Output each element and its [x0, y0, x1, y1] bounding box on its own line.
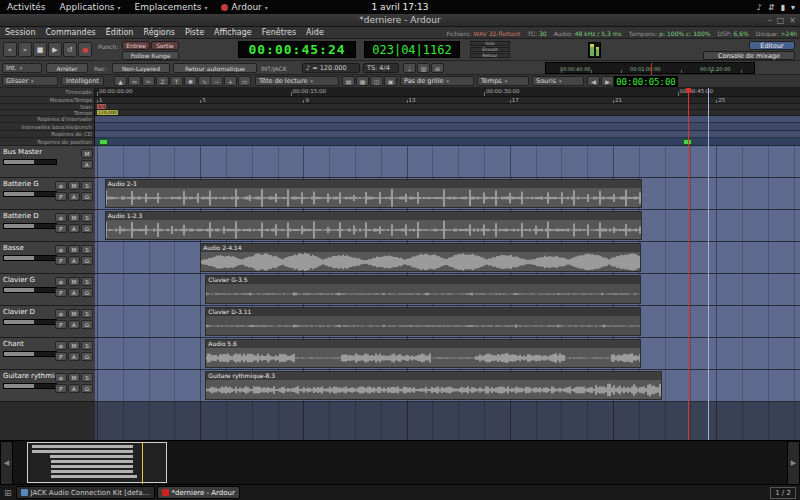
desktop-clock[interactable]: 1 avril 17:13 — [372, 2, 429, 12]
region[interactable]: Audio 1-2.3 — [105, 211, 642, 240]
zoom-focus-combo[interactable]: Tête de lecture▾ — [255, 76, 339, 86]
editor-button[interactable]: Éditeur — [749, 41, 795, 50]
region[interactable]: Audio 5.6 — [205, 339, 641, 368]
workspace-indicator[interactable]: 1 / 2 — [770, 487, 796, 499]
ruler-row[interactable] — [95, 138, 800, 146]
track-g-button[interactable]: G — [81, 352, 93, 361]
track-fader[interactable] — [3, 383, 57, 389]
track-p-button[interactable]: P — [55, 288, 67, 297]
session-summary[interactable]: ◀ ▶ — [0, 440, 800, 484]
track-a-button[interactable]: A — [81, 160, 93, 169]
tempo-marker[interactable]: 120,000 — [97, 110, 118, 115]
updates-icon[interactable]: ⇵ — [768, 3, 775, 12]
goto-start-button[interactable]: « — [3, 42, 17, 57]
track-p-button[interactable]: P — [55, 352, 67, 361]
record-arm-button[interactable]: ● — [55, 277, 67, 286]
track-s-button[interactable]: S — [81, 309, 93, 318]
ruler-toggle-icon[interactable]: ▤ — [342, 76, 355, 86]
track-header[interactable]: Batterie D●MSPAG — [0, 210, 95, 242]
goto-end-button[interactable]: » — [18, 42, 32, 57]
region[interactable]: Guitare rythmique-8.3 — [205, 371, 662, 400]
region[interactable]: Audio 2-4.14 — [200, 243, 641, 272]
track-g-button[interactable]: G — [81, 224, 93, 233]
menu-item[interactable]: Session — [0, 27, 41, 39]
track-m-button[interactable]: M — [81, 149, 93, 158]
range-tool-icon[interactable]: ⇔ — [128, 76, 141, 86]
track-a-button[interactable]: A — [68, 192, 80, 201]
punch-in-button[interactable]: Entrée — [122, 41, 150, 50]
summary-scroll-left-button[interactable]: ◀ — [0, 441, 13, 484]
punch-out-button[interactable]: Sortie — [151, 41, 179, 50]
sync-source-combo[interactable]: Int.▾ — [2, 63, 42, 73]
track-m-button[interactable]: M — [68, 277, 80, 286]
menu-item[interactable]: Piste — [180, 27, 209, 39]
taskbar-window[interactable]: *derniere - Ardour — [157, 486, 240, 499]
places-menu[interactable]: Emplacements▾ — [128, 0, 215, 14]
object-tool-icon[interactable]: ▲ — [114, 76, 127, 86]
summary-scroll-right-button[interactable]: ▶ — [787, 441, 800, 484]
ruler-row[interactable]: 00:00:00:0000:00:15:0000:00:30:0000:00:4… — [95, 88, 800, 97]
track-a-button[interactable]: A — [68, 256, 80, 265]
track-g-button[interactable]: G — [81, 288, 93, 297]
track-m-button[interactable]: M — [68, 213, 80, 222]
track-s-button[interactable]: S — [81, 341, 93, 350]
track-header[interactable]: Bus MasterMA — [0, 146, 95, 178]
shuttle-button[interactable]: Arrêter — [46, 63, 88, 73]
record-arm-button[interactable]: ● — [55, 309, 67, 318]
nudge-clock[interactable]: 00:00:05:00 — [614, 76, 678, 87]
track-p-button[interactable]: P — [55, 224, 67, 233]
track-s-button[interactable]: S — [81, 277, 93, 286]
zoom-out-button[interactable]: − — [210, 76, 223, 86]
track-header[interactable]: Guitare rythmique●MSPAG — [0, 370, 95, 402]
track-header[interactable]: Clavier G●MSPAG — [0, 274, 95, 306]
track-a-button[interactable]: A — [68, 224, 80, 233]
auto-return-button[interactable]: Retour automatique — [173, 63, 257, 73]
play-button[interactable]: ▶ — [48, 42, 62, 57]
track-header[interactable]: Clavier D●MSPAG — [0, 306, 95, 338]
monitor-indicator[interactable]: Solo — [470, 41, 510, 46]
track-m-button[interactable]: M — [68, 181, 80, 190]
chevron-down-icon[interactable]: ▾ — [791, 3, 795, 12]
zoom-in-button[interactable]: + — [224, 76, 237, 86]
track-g-button[interactable]: G — [81, 384, 93, 393]
track-a-button[interactable]: A — [68, 384, 80, 393]
window-list-icon[interactable]: ⊞ — [4, 488, 12, 498]
record-arm-button[interactable]: ● — [55, 181, 67, 190]
track-s-button[interactable]: S — [81, 213, 93, 222]
metronome-icon[interactable]: ♩ — [403, 63, 416, 73]
track-fader[interactable] — [3, 255, 57, 261]
track-fader[interactable] — [3, 223, 57, 229]
track-header[interactable]: Chant●MSPAG — [0, 338, 95, 370]
menu-item[interactable]: Édition — [101, 27, 139, 39]
track-g-button[interactable]: G — [81, 192, 93, 201]
taskbar-window[interactable]: JACK Audio Connection Kit [defa… — [16, 486, 155, 499]
maximize-icon[interactable]: □ — [777, 14, 785, 27]
summary-view-rectangle[interactable] — [27, 442, 167, 483]
nudge-left-button[interactable]: ◀ — [587, 76, 600, 86]
loop-button[interactable]: ↺ — [63, 42, 77, 57]
zoom-fit-button[interactable]: ▭ — [238, 76, 251, 86]
meter-marker[interactable]: 4/4 — [97, 104, 106, 109]
track-p-button[interactable]: P — [55, 320, 67, 329]
app-menu[interactable]: Ardour▾ — [214, 0, 274, 14]
applications-menu[interactable]: Applications▾ — [53, 0, 128, 14]
primary-clock[interactable]: 00:00:45:24 — [238, 41, 356, 58]
track-header[interactable]: Batterie G●MSPAG — [0, 178, 95, 210]
grid-unit-combo[interactable]: Temps▾ — [477, 76, 529, 86]
track-a-button[interactable]: A — [68, 320, 80, 329]
record-arm-button[interactable]: ● — [55, 373, 67, 382]
tempo-display[interactable]: ♪ = 120.000 — [302, 63, 360, 73]
track-g-button[interactable]: G — [81, 256, 93, 265]
ruler-row[interactable] — [95, 131, 800, 138]
record-mode-button[interactable]: Non-Layered — [112, 63, 170, 73]
battery-icon[interactable]: ▮ — [781, 3, 785, 12]
stop-button[interactable]: ■ — [33, 42, 47, 57]
track-fader[interactable] — [3, 159, 57, 165]
track-s-button[interactable]: S — [81, 181, 93, 190]
record-button[interactable]: ● — [78, 42, 92, 57]
menu-item[interactable]: Commandes — [41, 27, 101, 39]
nudge-right-button[interactable]: ▶ — [601, 76, 614, 86]
track-s-button[interactable]: S — [81, 373, 93, 382]
record-arm-button[interactable]: ● — [55, 341, 67, 350]
track-fader[interactable] — [3, 191, 57, 197]
